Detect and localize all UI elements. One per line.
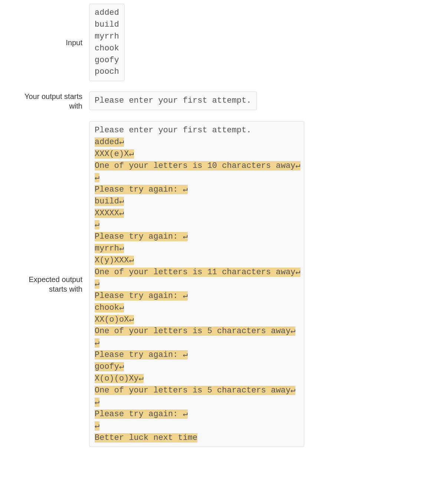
newline-icon: ↵ (295, 266, 300, 278)
line-text: XXXXX (95, 209, 119, 218)
diff-text: ↵ (95, 338, 99, 348)
output-line: ↵ (95, 278, 299, 290)
diff-text: Please try again: ↵ (95, 291, 188, 301)
line-text: goofy (95, 362, 119, 371)
output-line: Please try again: ↵ (95, 349, 299, 361)
newline-icon: ↵ (183, 349, 188, 361)
newline-icon: ↵ (183, 408, 188, 420)
newline-icon: ↵ (139, 373, 144, 385)
output-line: One of your letters is 5 characters away… (95, 325, 299, 337)
diff-text: Please try again: ↵ (95, 410, 188, 419)
diff-text: ↵ (95, 421, 99, 431)
diff-text: added↵ (95, 137, 124, 147)
line-text: Please try again: (95, 410, 183, 419)
output-line: Please try again: ↵ (95, 231, 299, 243)
line-text: One of your letters is 5 characters away (95, 326, 290, 336)
diff-text: Better luck next time (95, 433, 197, 442)
line-text: build (95, 197, 119, 206)
diff-text: ↵ (95, 398, 99, 407)
expected-output-code-box: Please enter your first attempt.added↵XX… (89, 121, 304, 447)
input-label: Input (11, 38, 89, 47)
diff-text: One of your letters is 11 characters awa… (95, 268, 301, 277)
diff-text: X(y)XXX↵ (95, 256, 134, 265)
line-text: Better luck next time (95, 433, 197, 442)
newline-icon: ↵ (95, 397, 99, 408)
plain-text: Please enter your first attempt. (95, 126, 251, 135)
line-text: myrrh (95, 244, 119, 253)
input-line: build (95, 19, 119, 31)
line-text: XX(o)oX (95, 315, 129, 324)
diff-text: Please try again: ↵ (95, 185, 188, 194)
newline-icon: ↵ (119, 196, 124, 208)
newline-icon: ↵ (119, 208, 124, 219)
output-line: ↵ (95, 420, 299, 432)
output-line: X(o)(o)Xy↵ (95, 373, 299, 385)
output-line: Please enter your first attempt. (95, 125, 299, 136)
newline-icon: ↵ (95, 219, 99, 231)
newline-icon: ↵ (95, 278, 99, 290)
input-line: chook (95, 43, 119, 54)
output-line: ↵ (95, 397, 299, 408)
output-line: ↵ (95, 172, 299, 184)
newline-icon: ↵ (129, 314, 134, 326)
newline-icon: ↵ (183, 184, 188, 196)
newline-icon: ↵ (119, 136, 124, 148)
input-code-box: addedbuildmyrrhchookgoofypooch (89, 4, 125, 81)
diff-text: myrrh↵ (95, 244, 124, 253)
input-line: goofy (95, 54, 119, 66)
line-text: Please enter your first attempt. (95, 96, 251, 105)
line-text: chook (95, 303, 119, 312)
diff-text: build↵ (95, 197, 124, 206)
output-line: goofy↵ (95, 361, 299, 373)
output-line: chook↵ (95, 302, 299, 314)
diff-text: ↵ (95, 279, 99, 289)
line-text: X(o)(o)Xy (95, 374, 139, 383)
expected-output-content: Please enter your first attempt.added↵XX… (89, 121, 429, 447)
output-line: One of your letters is 11 characters awa… (95, 266, 299, 278)
input-line: myrrh (95, 31, 119, 43)
diff-text: One of your letters is 5 characters away… (95, 386, 295, 395)
output-line: Better luck next time (95, 432, 299, 444)
output-line: myrrh↵ (95, 243, 299, 255)
newline-icon: ↵ (119, 302, 124, 314)
output-line: ↵ (95, 219, 299, 231)
output-line: XXXXX↵ (95, 208, 299, 219)
diff-text: Please try again: ↵ (95, 232, 188, 241)
line-text: X(y)XXX (95, 256, 129, 265)
diff-text: ↵ (95, 173, 99, 182)
expected-output-row: Expected output starts with Please enter… (11, 121, 429, 447)
diff-text: XX(o)oX↵ (95, 315, 134, 324)
diff-text: chook↵ (95, 303, 124, 312)
newline-icon: ↵ (183, 290, 188, 302)
diff-text: ↵ (95, 220, 99, 229)
input-row: Input addedbuildmyrrhchookgoofypooch (11, 4, 429, 81)
output-line: XXX(e)X↵ (95, 148, 299, 160)
expected-output-label: Expected output starts with (11, 275, 89, 294)
output-line: Please try again: ↵ (95, 290, 299, 302)
newline-icon: ↵ (95, 420, 99, 432)
newline-icon: ↵ (95, 172, 99, 184)
input-content: addedbuildmyrrhchookgoofypooch (89, 4, 429, 81)
output-line: Please try again: ↵ (95, 184, 299, 196)
output-line: build↵ (95, 196, 299, 208)
diff-text: X(o)(o)Xy↵ (95, 374, 144, 383)
output-line: Please try again: ↵ (95, 408, 299, 420)
your-output-content: Please enter your first attempt. (89, 92, 429, 110)
input-line: pooch (95, 66, 119, 78)
output-line: added↵ (95, 136, 299, 148)
newline-icon: ↵ (290, 325, 295, 337)
line-text: XXX(e)X (95, 149, 129, 159)
output-line: One of your letters is 10 characters awa… (95, 160, 299, 172)
plain-text: Please enter your first attempt. (95, 96, 251, 105)
line-text: Please try again: (95, 291, 183, 301)
newline-icon: ↵ (119, 243, 124, 255)
newline-icon: ↵ (95, 337, 99, 349)
diff-text: XXXXX↵ (95, 209, 124, 218)
newline-icon: ↵ (129, 148, 134, 160)
output-line: Please enter your first attempt. (95, 95, 251, 107)
newline-icon: ↵ (183, 231, 188, 243)
your-output-row: Your output starts with Please enter you… (11, 92, 429, 111)
your-output-code-box: Please enter your first attempt. (89, 92, 257, 110)
diff-text: goofy↵ (95, 362, 124, 371)
diff-text: One of your letters is 5 characters away… (95, 326, 295, 336)
